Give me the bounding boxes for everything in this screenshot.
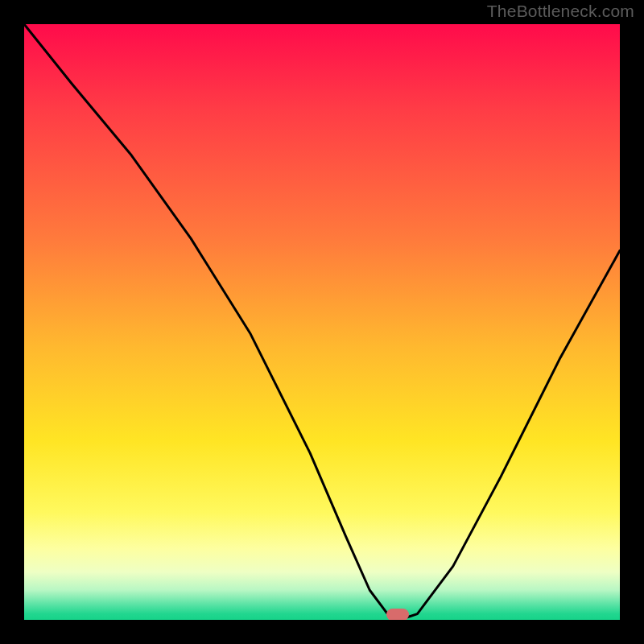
watermark-text: TheBottleneck.com [487, 2, 634, 21]
curve-path [24, 24, 620, 620]
plot-area [24, 24, 620, 620]
optimal-marker [386, 609, 409, 620]
chart-container: TheBottleneck.com [0, 0, 644, 644]
bottleneck-curve [24, 24, 620, 620]
